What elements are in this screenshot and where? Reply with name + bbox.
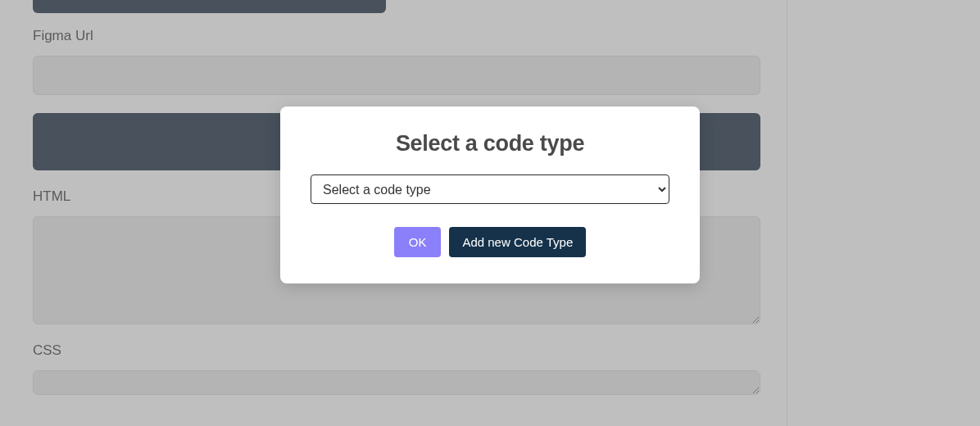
modal-overlay[interactable]: Select a code type Select a code type OK… xyxy=(0,0,980,426)
modal-buttons: OK Add new Code Type xyxy=(394,227,587,257)
ok-button[interactable]: OK xyxy=(394,227,442,257)
add-code-type-button[interactable]: Add new Code Type xyxy=(449,227,586,257)
modal-title: Select a code type xyxy=(396,131,584,156)
modal-dialog: Select a code type Select a code type OK… xyxy=(280,106,700,283)
code-type-select[interactable]: Select a code type xyxy=(311,174,669,204)
